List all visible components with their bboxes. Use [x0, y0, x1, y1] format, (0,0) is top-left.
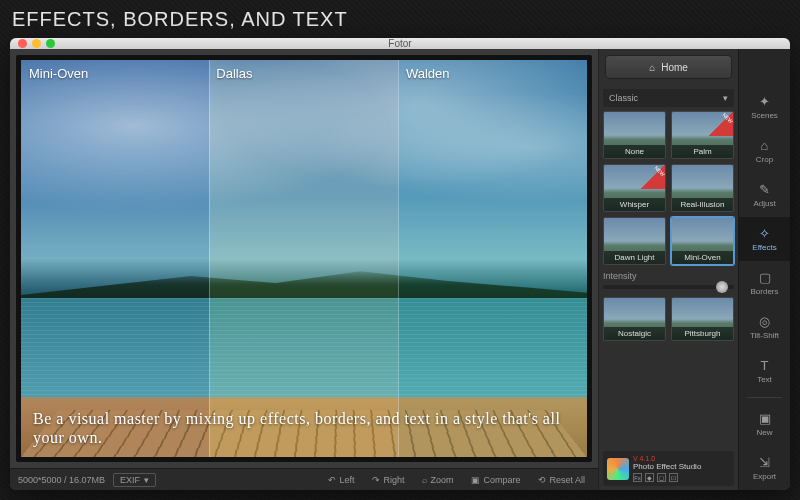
window-titlebar: Fotor	[10, 38, 790, 49]
effect-thumb-whisper[interactable]: Whisper	[603, 164, 666, 212]
diamond-icon: ◆	[645, 473, 654, 482]
page-title: EFFECTS, BORDERS, AND TEXT	[12, 8, 348, 31]
effect-thumb-palm[interactable]: Palm	[671, 111, 734, 159]
effect-thumb-pittsburgh[interactable]: Pittsburgh	[671, 297, 734, 341]
thumb-label: Mini-Oven	[672, 251, 733, 264]
effect-thumb-real-illusion[interactable]: Real-Illusion	[671, 164, 734, 212]
compare-button[interactable]: ▣Compare	[466, 475, 525, 485]
thumb-label: Palm	[672, 145, 733, 158]
rotate-left-icon: ↶	[328, 475, 336, 485]
home-label: Home	[661, 62, 688, 73]
sidebar-separator	[747, 397, 783, 398]
crop-icon: ⌂	[761, 138, 769, 153]
effect-category-row[interactable]: Classic ▾	[603, 89, 734, 107]
rotate-left-button[interactable]: ↶Left	[323, 475, 359, 485]
sidebar-item-scenes[interactable]: ✦Scenes	[739, 85, 790, 129]
promo-logo-icon	[607, 458, 629, 480]
fx-icon: Fx	[633, 473, 642, 482]
chevron-down-icon: ▾	[144, 475, 149, 485]
thumb-label: Nostalgic	[604, 327, 665, 340]
reset-icon: ⟲	[538, 475, 546, 485]
home-button[interactable]: ⌂ Home	[605, 55, 732, 79]
slider-knob[interactable]	[716, 281, 728, 293]
status-bar: 5000*5000 / 16.07MB EXIF▾ ↶Left ↷Right ⌕…	[10, 468, 598, 490]
sidebar-label: Crop	[756, 155, 773, 164]
promo-version: V 4.1.0	[633, 455, 701, 462]
right-sidebar: ✦Scenes⌂Crop✎Adjust✧Effects▢Borders◎Tilt…	[738, 49, 790, 490]
home-icon: ⌂	[649, 62, 655, 73]
export-icon: ⇲	[759, 455, 770, 470]
tilt-shift-icon: ◎	[759, 314, 770, 329]
thumb-label: Pittsburgh	[672, 327, 733, 340]
sidebar-item-text[interactable]: TText	[739, 349, 790, 393]
crop-icon: ⊡	[669, 473, 678, 482]
effect-thumb-dawn-light[interactable]: Dawn Light	[603, 217, 666, 265]
zoom-button[interactable]: ⌕Zoom	[417, 475, 458, 485]
sidebar-label: Scenes	[751, 111, 778, 120]
sidebar-item-tilt-shift[interactable]: ◎Tilt-Shift	[739, 305, 790, 349]
window-title: Fotor	[10, 38, 790, 49]
sidebar-item-adjust[interactable]: ✎Adjust	[739, 173, 790, 217]
overlay-text: Be a visual master by mixing up effects,…	[33, 409, 567, 447]
thumb-label: Whisper	[604, 198, 665, 211]
chevron-down-icon: ▾	[723, 93, 728, 103]
intensity-label: Intensity	[603, 271, 734, 281]
sidebar-item-effects[interactable]: ✧Effects	[739, 217, 790, 261]
exif-button[interactable]: EXIF▾	[113, 473, 156, 487]
filter-label-2: Dallas	[216, 66, 252, 81]
sidebar-item-crop[interactable]: ⌂Crop	[739, 129, 790, 173]
thumb-label: None	[604, 145, 665, 158]
intensity-slider[interactable]	[603, 285, 734, 289]
effect-thumb-nostalgic[interactable]: Nostalgic	[603, 297, 666, 341]
reset-all-button[interactable]: ⟲Reset All	[533, 475, 590, 485]
sidebar-label: Effects	[752, 243, 776, 252]
promo-name: Photo Effect Studio	[633, 462, 701, 471]
promo-banner[interactable]: V 4.1.0 Photo Effect Studio Fx ◆ ◻ ⊡	[603, 451, 734, 486]
text-icon: T	[761, 358, 769, 373]
sidebar-item-new[interactable]: ▣New	[739, 402, 790, 446]
thumb-label: Dawn Light	[604, 251, 665, 264]
sidebar-item-export[interactable]: ⇲Export	[739, 446, 790, 490]
image-icon: ▣	[471, 475, 480, 485]
sidebar-item-borders[interactable]: ▢Borders	[739, 261, 790, 305]
frame-icon: ◻	[657, 473, 666, 482]
effects-panel: ⌂ Home Classic ▾ NonePalmWhisperReal-Ill…	[598, 49, 738, 490]
rotate-right-icon: ↷	[372, 475, 380, 485]
sidebar-label: Tilt-Shift	[750, 331, 779, 340]
borders-icon: ▢	[759, 270, 771, 285]
sidebar-label: New	[756, 428, 772, 437]
image-dimensions: 5000*5000 / 16.07MB	[18, 475, 105, 485]
filter-label-1: Mini-Oven	[29, 66, 88, 81]
sidebar-label: Export	[753, 472, 776, 481]
effects-icon: ✧	[759, 226, 770, 241]
sidebar-label: Text	[757, 375, 772, 384]
magnifier-icon: ⌕	[422, 475, 427, 485]
effect-thumb-none[interactable]: None	[603, 111, 666, 159]
adjust-icon: ✎	[759, 182, 770, 197]
sidebar-label: Borders	[750, 287, 778, 296]
thumb-label: Real-Illusion	[672, 198, 733, 211]
scenes-icon: ✦	[759, 94, 770, 109]
app-window: Fotor Mini-Oven	[10, 38, 790, 490]
effect-thumb-mini-oven[interactable]: Mini-Oven	[671, 217, 734, 265]
new-badge	[709, 112, 733, 136]
filter-label-3: Walden	[406, 66, 450, 81]
sidebar-label: Adjust	[753, 199, 775, 208]
new-icon: ▣	[759, 411, 771, 426]
rotate-right-button[interactable]: ↷Right	[367, 475, 409, 485]
new-badge	[641, 165, 665, 189]
image-canvas[interactable]: Mini-Oven Dallas Walden Be a visual mast…	[16, 55, 592, 462]
canvas-column: Mini-Oven Dallas Walden Be a visual mast…	[10, 49, 598, 490]
